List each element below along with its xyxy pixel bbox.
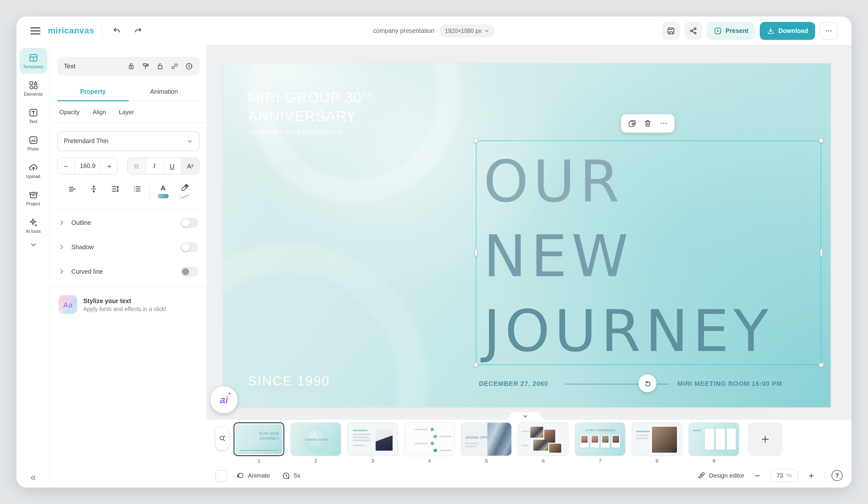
underline-button[interactable]: U [163, 158, 181, 174]
sidebar-item-elements[interactable]: Elements [19, 75, 47, 101]
stylize-title: Stylize your text [83, 297, 166, 304]
slide-date-text[interactable]: DECEMBER 27, 2060 [479, 380, 548, 387]
slide-thumbnail-8[interactable]: 8 [632, 422, 682, 464]
layer-button[interactable]: Layer [119, 109, 134, 116]
resize-handle-right[interactable] [820, 249, 822, 257]
collapse-strip-tab[interactable] [507, 412, 544, 420]
slide-duration-button[interactable]: 5s [282, 471, 300, 480]
opacity-button[interactable]: Opacity [59, 109, 80, 116]
redo-button[interactable] [131, 24, 145, 38]
design-editor-button[interactable]: Design editor [698, 472, 744, 480]
resize-handle-bottom-left[interactable] [473, 363, 478, 367]
sidebar-item-photo[interactable]: Photo [19, 130, 47, 156]
animate-label: Animate [248, 472, 270, 479]
save-button[interactable] [662, 22, 680, 40]
canvas-view: MIRI GROUP 30TH ANNIVERSARY COMPANY PRES… [207, 45, 851, 420]
text-lock-icon[interactable] [127, 62, 135, 70]
info-icon[interactable] [185, 62, 193, 70]
slide-thumbnail-7[interactable]: LOYALTY AWARDEES 7 [575, 422, 626, 464]
collapse-panel-icon[interactable] [29, 474, 37, 482]
bold-button[interactable]: B [128, 158, 146, 174]
slide-thumbnail-2[interactable]: COMING SOON 2 [290, 422, 341, 464]
slide-thumbnail-9[interactable]: 9 [689, 422, 739, 464]
format-divider [150, 182, 151, 201]
sidebar-item-project[interactable]: Project [19, 185, 47, 211]
page-color-chip[interactable] [216, 470, 227, 481]
resize-handle-bottom-right[interactable] [819, 363, 824, 367]
sidebar-rail: Templates Elements Text Photo Upload [17, 45, 50, 487]
canvas-size-dropdown[interactable]: 1920×1080 px [440, 24, 495, 37]
sidebar-item-ai-tools[interactable]: AI tools [19, 212, 47, 238]
curved-line-toggle[interactable] [180, 266, 198, 276]
zoom-level-input[interactable]: 73 % [770, 469, 798, 482]
outline-toggle[interactable] [180, 218, 198, 228]
document-title[interactable]: company presentation [373, 27, 434, 34]
resize-handle-top-right[interactable] [819, 138, 824, 143]
line-height-button[interactable] [104, 182, 126, 196]
paint-roller-icon[interactable] [142, 62, 149, 70]
italic-button[interactable]: I [146, 158, 163, 174]
slide-canvas[interactable]: MIRI GROUP 30TH ANNIVERSARY COMPANY PRES… [223, 63, 830, 407]
font-family-dropdown[interactable]: Pretendard Thin [58, 131, 199, 151]
slide-room-text[interactable]: MIRI MEETING ROOM 16:00 PM [678, 380, 782, 387]
outline-label: Outline [71, 219, 91, 226]
header-actions: Present Download [662, 22, 851, 40]
resize-handle-top-left[interactable] [473, 138, 478, 143]
superscript-button[interactable]: A² [181, 158, 199, 174]
text-align-button[interactable] [61, 182, 83, 196]
slide-since-text[interactable]: SINCE 1990 [248, 374, 330, 389]
highlight-color-button[interactable] [174, 182, 196, 198]
font-size-decrease-button[interactable]: − [58, 158, 74, 174]
slide-heading[interactable]: MIRI GROUP 30TH ANNIVERSARY [248, 85, 373, 125]
tab-property[interactable]: Property [58, 84, 128, 101]
sidebar-item-text[interactable]: Text [19, 103, 47, 129]
present-button[interactable]: Present [707, 22, 755, 40]
align-button[interactable]: Align [93, 109, 106, 116]
font-size-value[interactable]: 160.9 [74, 158, 101, 174]
slide-thumbnail-6[interactable]: 6 [518, 422, 569, 464]
chevron-right-icon[interactable] [58, 219, 65, 226]
vertical-align-button[interactable] [83, 182, 105, 196]
slide-thumbnail-1[interactable]: OUR NEW JOURNEY 1 [234, 422, 285, 464]
resize-handle-left[interactable] [475, 249, 477, 257]
slide-thumbnail-5[interactable]: GRAND OPEN! 5 [461, 422, 512, 464]
slide-thumbnail-3[interactable]: 3 [347, 422, 398, 464]
sidebar-item-upload[interactable]: Upload [19, 158, 47, 183]
help-button[interactable]: ? [831, 470, 843, 481]
slide-overview-button[interactable] [216, 427, 229, 450]
chevron-right-icon[interactable] [58, 244, 65, 250]
share-button[interactable] [685, 22, 703, 40]
animate-button[interactable]: Animate [236, 471, 270, 480]
font-size-style-row: − 160.9 + B I U A² [58, 158, 199, 175]
sidebar-more-chevron[interactable] [29, 241, 37, 249]
list-button[interactable] [126, 182, 148, 196]
undo-icon [112, 26, 121, 35]
element-more-button[interactable] [657, 117, 670, 130]
add-slide-button[interactable] [748, 422, 783, 456]
font-size-increase-button[interactable]: + [101, 158, 117, 174]
font-color-button[interactable]: A [152, 182, 174, 198]
sidebar-item-templates[interactable]: Templates [19, 48, 47, 74]
hamburger-menu-icon[interactable] [30, 27, 40, 34]
header-more-button[interactable] [820, 22, 838, 40]
app-window: miricanvas company presentation 1920×108… [17, 17, 851, 487]
stylize-text-banner[interactable]: Aa Stylize your text Apply fonts and eff… [50, 287, 207, 322]
tab-animation[interactable]: Animation [128, 84, 199, 101]
zoom-in-button[interactable] [805, 470, 817, 482]
slide-thumbnail-4[interactable]: 4 [404, 422, 455, 464]
undo-button[interactable] [110, 24, 124, 38]
delete-button[interactable] [641, 117, 654, 130]
shadow-toggle[interactable] [180, 242, 198, 252]
ai-assistant-button[interactable]: ai✦ [210, 386, 237, 413]
download-button[interactable]: Download [760, 22, 815, 40]
slide-subheading[interactable]: COMPANY PRESENTATION [248, 129, 343, 136]
selection-box[interactable] [476, 140, 821, 365]
unlock-icon[interactable] [156, 62, 164, 70]
rotate-handle[interactable] [639, 375, 657, 392]
thumbnail-number: 1 [257, 458, 260, 464]
zoom-out-button[interactable] [751, 470, 763, 482]
link-icon[interactable] [170, 62, 178, 70]
duplicate-button[interactable] [626, 117, 639, 130]
chevron-right-icon[interactable] [58, 268, 65, 275]
elements-icon [28, 80, 38, 90]
